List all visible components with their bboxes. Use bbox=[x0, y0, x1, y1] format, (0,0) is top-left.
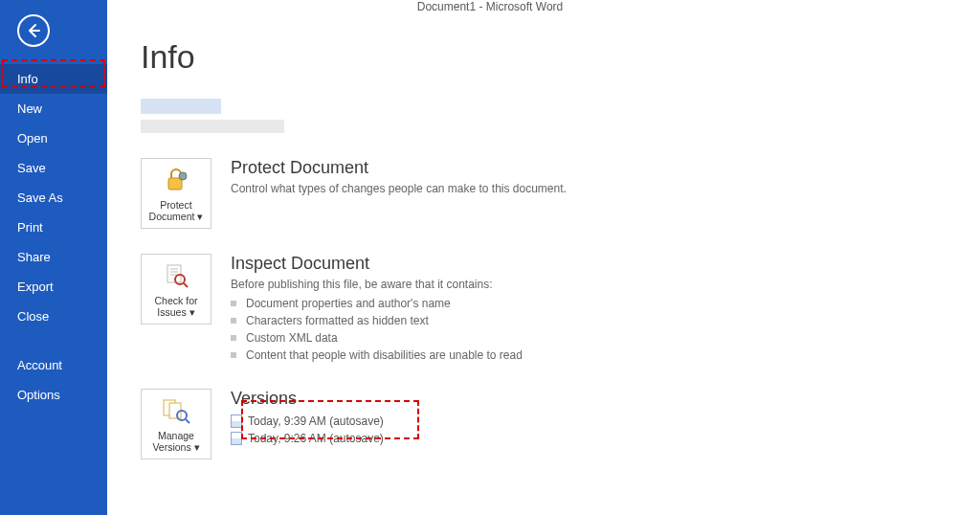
sidebar-item-info[interactable]: Info bbox=[0, 64, 107, 94]
svg-point-1 bbox=[179, 172, 187, 180]
protect-document-label: Protect Document ▾ bbox=[142, 199, 211, 222]
inspect-issues-list: Document properties and author's name Ch… bbox=[231, 295, 523, 364]
inspect-heading: Inspect Document bbox=[231, 254, 523, 274]
sidebar-item-print[interactable]: Print bbox=[0, 213, 107, 242]
document-name-placeholder bbox=[141, 99, 980, 133]
word-doc-icon bbox=[231, 414, 242, 428]
manage-versions-button[interactable]: Manage Versions ▾ bbox=[141, 389, 212, 459]
lock-icon bbox=[161, 165, 191, 195]
section-versions: Manage Versions ▾ Versions Today, 9:39 A… bbox=[141, 389, 980, 459]
sidebar-item-save-as[interactable]: Save As bbox=[0, 183, 107, 213]
version-timestamp: Today, 9:39 AM (autosave) bbox=[248, 414, 384, 428]
word-doc-icon bbox=[231, 432, 242, 445]
magnifier-document-icon bbox=[161, 260, 191, 291]
sidebar-item-save[interactable]: Save bbox=[0, 153, 107, 183]
back-button[interactable] bbox=[17, 14, 50, 47]
svg-line-7 bbox=[184, 283, 188, 287]
check-for-issues-label: Check for Issues ▾ bbox=[142, 295, 211, 318]
sidebar-item-share[interactable]: Share bbox=[0, 242, 107, 272]
versions-icon bbox=[161, 395, 191, 426]
check-for-issues-button[interactable]: Check for Issues ▾ bbox=[141, 254, 212, 325]
svg-rect-0 bbox=[168, 178, 182, 190]
inspect-issue-item: Custom XML data bbox=[231, 329, 523, 347]
inspect-issue-item: Document properties and author's name bbox=[231, 295, 523, 312]
arrow-left-icon bbox=[25, 22, 42, 39]
section-protect-document: Protect Document ▾ Protect Document Cont… bbox=[141, 158, 980, 229]
sidebar-item-export[interactable]: Export bbox=[0, 272, 107, 302]
svg-rect-2 bbox=[167, 265, 181, 282]
versions-heading: Versions bbox=[231, 389, 384, 409]
inspect-intro: Before publishing this file, be aware th… bbox=[231, 278, 523, 291]
version-item[interactable]: Today, 9:26 AM (autosave) bbox=[231, 430, 384, 447]
protect-document-button[interactable]: Protect Document ▾ bbox=[141, 158, 212, 229]
backstage-sidebar: Info New Open Save Save As Print Share E… bbox=[0, 0, 107, 515]
sidebar-item-open[interactable]: Open bbox=[0, 123, 107, 153]
version-item[interactable]: Today, 9:39 AM (autosave) bbox=[231, 413, 384, 430]
inspect-issue-item: Characters formatted as hidden text bbox=[231, 312, 523, 329]
inspect-issue-item: Content that people with disabilities ar… bbox=[231, 347, 523, 364]
page-title: Info bbox=[141, 38, 980, 76]
sidebar-item-account[interactable]: Account bbox=[0, 350, 107, 380]
section-inspect-document: Check for Issues ▾ Inspect Document Befo… bbox=[141, 254, 980, 364]
backstage-content: Info Protect Document ▾ Protect Document… bbox=[107, 0, 980, 515]
sidebar-item-options[interactable]: Options bbox=[0, 380, 107, 410]
svg-line-11 bbox=[186, 419, 189, 423]
manage-versions-label: Manage Versions ▾ bbox=[142, 430, 211, 453]
sidebar-item-new[interactable]: New bbox=[0, 94, 107, 123]
protect-description: Control what types of changes people can… bbox=[231, 182, 567, 195]
sidebar-item-close[interactable]: Close bbox=[0, 302, 107, 331]
version-timestamp: Today, 9:26 AM (autosave) bbox=[248, 432, 384, 445]
protect-heading: Protect Document bbox=[231, 158, 567, 178]
